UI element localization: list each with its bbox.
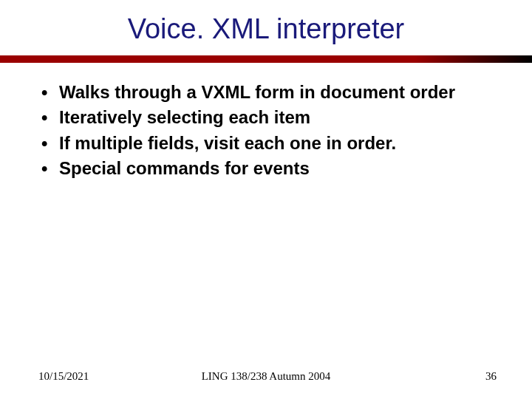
content-area: Walks through a VXML form in document or…: [0, 81, 532, 181]
bullet-list: Walks through a VXML form in document or…: [38, 81, 501, 181]
title-underline: [0, 55, 532, 63]
bullet-item: Walks through a VXML form in document or…: [38, 81, 501, 104]
bullet-item: If multiple fields, visit each one in or…: [38, 132, 501, 155]
footer-page-number: 36: [485, 370, 497, 383]
bullet-item: Special commands for events: [38, 157, 501, 180]
bullet-item: Iteratively selecting each item: [38, 106, 501, 129]
slide-title: Voice. XML interpreter: [0, 0, 532, 55]
slide: Voice. XML interpreter Walks through a V…: [0, 0, 532, 399]
footer-course: LING 138/238 Autumn 2004: [0, 370, 532, 383]
gradient-rule: [0, 55, 532, 63]
